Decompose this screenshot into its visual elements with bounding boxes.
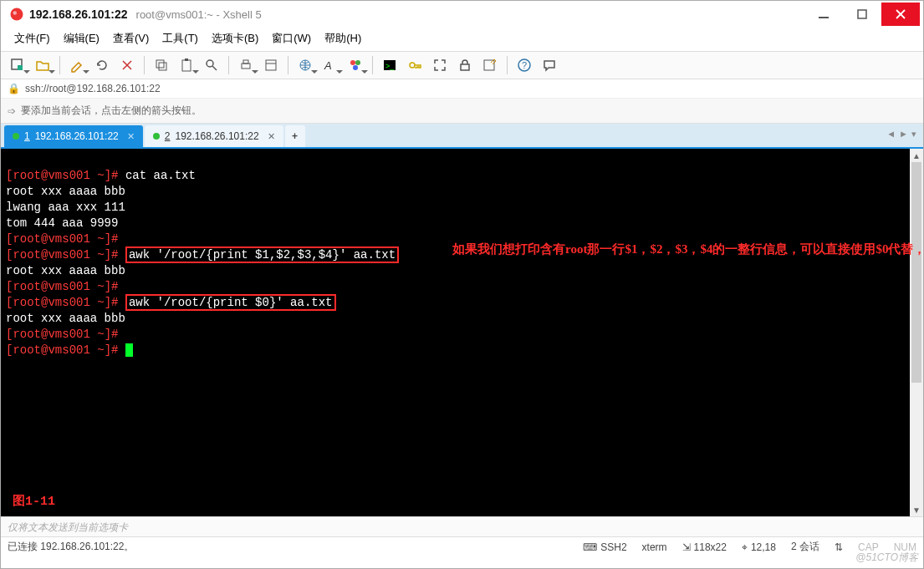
svg-point-1 (13, 11, 18, 15)
prompt-user: root (13, 169, 41, 182)
paste-icon[interactable] (175, 53, 198, 77)
fullscreen-icon[interactable] (428, 53, 452, 77)
scroll-up-icon[interactable]: ▲ (910, 149, 923, 162)
menu-file[interactable]: 文件(F) (9, 29, 55, 48)
svg-rect-3 (858, 10, 866, 18)
tab-nav: ◄ ► ▾ (886, 129, 916, 140)
status-sessions: 2 会话 (791, 540, 819, 554)
status-dot-icon (153, 133, 160, 140)
toolbar-separator (288, 56, 288, 74)
menu-bar: 文件(F) 编辑(E) 查看(V) 工具(T) 选项卡(B) 窗口(W) 帮助(… (1, 28, 923, 51)
arrow-left-icon[interactable]: ➩ (8, 105, 16, 117)
terminal-command: cat aa.txt (125, 169, 196, 182)
highlighted-command-1: awk '/root/{print $1,$2,$3,$4}' aa.txt (125, 246, 399, 263)
svg-rect-16 (266, 60, 276, 70)
annotation-text: 如果我们想打印含有root那一行$1，$2，$3，$4的一整行信息，可以直接使用… (452, 237, 887, 261)
maximize-button[interactable] (843, 3, 881, 26)
tab-close-icon[interactable]: ✕ (127, 131, 135, 142)
status-termtype: xterm (642, 541, 667, 553)
svg-point-12 (207, 60, 213, 67)
svg-rect-9 (159, 63, 166, 70)
new-session-icon[interactable] (6, 53, 29, 77)
terminal-output: tom 444 aaa 9999 (6, 216, 118, 230)
tab-menu-icon[interactable]: ▾ (911, 129, 916, 140)
svg-rect-26 (461, 64, 469, 70)
lock-icon[interactable] (453, 53, 477, 77)
properties-icon[interactable] (259, 53, 283, 77)
prompt-host: vms001 (48, 169, 89, 182)
close-button[interactable] (881, 3, 920, 26)
scroll-down-icon[interactable]: ▼ (910, 503, 923, 516)
key-icon[interactable] (403, 53, 426, 77)
lock-small-icon: 🔒 (8, 83, 20, 94)
compose-icon[interactable] (65, 53, 89, 77)
svg-point-20 (350, 60, 355, 65)
scroll-track[interactable] (910, 383, 923, 503)
svg-text:A: A (324, 59, 332, 72)
hint-bar: ➩ 要添加当前会话，点击左侧的箭头按钮。 (1, 99, 923, 124)
svg-rect-8 (156, 60, 164, 68)
session-tab-active[interactable]: 1 192.168.26.101:22 ✕ (4, 125, 143, 147)
compose2-icon[interactable] (478, 53, 502, 77)
session-tab-bar: 1 192.168.26.101:22 ✕ 2 192.168.26.101:2… (1, 124, 923, 149)
shell-icon[interactable]: >_ (378, 53, 401, 77)
menu-tab[interactable]: 选项卡(B) (207, 29, 263, 48)
status-bar: 已连接 192.168.26.101:22。 ⌨SSH2 xterm ⇲118x… (1, 536, 923, 556)
svg-rect-14 (242, 64, 250, 69)
tab-number: 2 (165, 130, 171, 142)
minimize-button[interactable] (804, 3, 843, 26)
window-title: 192.168.26.101:22 (29, 8, 128, 21)
status-pos: ⌖12,18 (742, 541, 776, 553)
address-bar[interactable]: 🔒 ssh://root@192.168.26.101:22 (1, 79, 923, 99)
svg-line-13 (212, 66, 217, 70)
tab-number: 1 (24, 130, 30, 142)
hint-text: 要添加当前会话，点击左侧的箭头按钮。 (21, 104, 202, 118)
highlighted-command-2: awk '/root/{print $0}' aa.txt (125, 294, 336, 311)
menu-help[interactable]: 帮助(H) (319, 29, 366, 48)
figure-label: 图1-11 (13, 494, 55, 510)
chat-icon[interactable] (538, 53, 561, 77)
help-icon[interactable]: ? (513, 53, 536, 77)
terminal-scrollbar[interactable]: ▲ ▼ (910, 149, 923, 516)
copy-icon[interactable] (150, 53, 173, 77)
net-icon: ⇅ (835, 541, 843, 553)
session-tab-inactive[interactable]: 2 192.168.26.101:22 ✕ (145, 125, 283, 147)
toolbar-separator (372, 56, 373, 74)
status-net: ⇅ (835, 541, 843, 553)
font-icon[interactable]: A (319, 53, 342, 77)
terminal-output: root xxx aaaa bbb (6, 185, 125, 198)
scroll-thumb[interactable] (911, 162, 921, 383)
find-icon[interactable] (200, 53, 223, 77)
svg-point-21 (355, 60, 360, 65)
pos-icon: ⌖ (742, 541, 748, 553)
status-connected: 已连接 192.168.26.101:22。 (8, 540, 568, 554)
menu-edit[interactable]: 编辑(E) (59, 29, 105, 48)
window-buttons (804, 3, 920, 26)
svg-text:?: ? (522, 60, 527, 70)
tab-add-button[interactable]: + (285, 125, 305, 147)
tab-next-icon[interactable]: ► (899, 129, 908, 140)
open-icon[interactable] (31, 53, 54, 77)
palette-icon[interactable] (344, 53, 367, 77)
menu-view[interactable]: 查看(V) (108, 29, 154, 48)
reconnect-icon[interactable] (90, 53, 114, 77)
terminal[interactable]: [root@vms001 ~]# cat aa.txt root xxx aaa… (1, 149, 910, 516)
disconnect-icon[interactable] (115, 53, 139, 77)
toolbar-separator (228, 56, 229, 74)
menu-window[interactable]: 窗口(W) (267, 29, 316, 48)
print-icon[interactable] (234, 53, 258, 77)
svg-rect-2 (819, 17, 829, 18)
status-size: ⇲118x22 (682, 541, 727, 553)
tab-close-icon[interactable]: ✕ (268, 131, 275, 142)
toolbar-separator (144, 56, 145, 74)
toolbar: A >_ ? (1, 51, 923, 79)
tab-prev-icon[interactable]: ◄ (886, 129, 896, 140)
compose-input[interactable]: 仅将文本发送到当前选项卡 (1, 516, 923, 536)
size-icon: ⇲ (682, 541, 691, 553)
toolbar-separator (507, 56, 508, 74)
menu-tools[interactable]: 工具(T) (157, 29, 203, 48)
globe-icon[interactable] (294, 53, 317, 77)
keyboard-icon: ⌨ (583, 541, 597, 553)
svg-rect-7 (18, 65, 23, 70)
toolbar-separator (59, 56, 60, 74)
